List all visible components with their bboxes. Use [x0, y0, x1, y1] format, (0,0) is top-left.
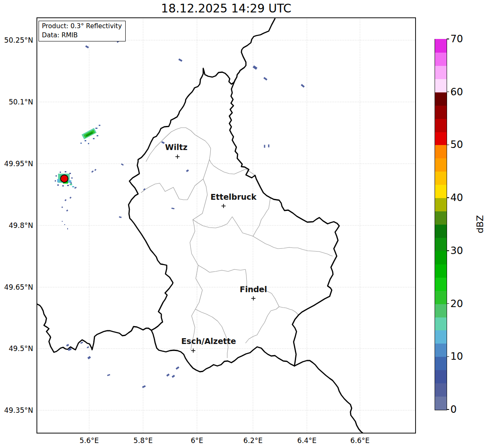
- radar-echo-speckle: [70, 197, 72, 199]
- canton-boundary: [190, 179, 207, 350]
- city-marker: [191, 349, 195, 353]
- lon-tick-label: 6.4°E: [288, 436, 326, 445]
- radar-echo-speckle: [80, 341, 83, 344]
- radar-echo-speckle: [66, 210, 68, 212]
- colorbar-segment: [435, 396, 447, 410]
- colorbar-segment: [435, 65, 447, 79]
- radar-echo-speckle: [161, 141, 165, 144]
- radar-echo-speckle: [119, 216, 122, 218]
- city-marker: [175, 155, 180, 159]
- radar-echo-speckle: [166, 373, 170, 376]
- echo-pixel: [72, 186, 74, 187]
- colorbar-segment: [435, 92, 447, 105]
- echo-pixel: [95, 128, 97, 129]
- echo-pixel: [88, 143, 89, 144]
- city-label: Findel: [240, 285, 267, 294]
- radar-echo-speckle: [172, 375, 175, 378]
- colorbar-segment: [435, 290, 447, 304]
- colorbar-segment: [435, 224, 447, 238]
- colorbar-segment: [435, 237, 447, 251]
- colorbar: [435, 39, 447, 410]
- colorbar-tick-mark: [447, 197, 449, 198]
- colorbar-segment: [435, 52, 447, 66]
- lat-tick-label: 49.8°N: [0, 221, 33, 230]
- colorbar-tick-label: 30: [450, 245, 463, 257]
- colorbar-tick-mark: [447, 145, 449, 145]
- product-line: Product: 0.3° Reflectivity: [42, 22, 122, 31]
- map-canvas: WiltzEttelbruckFindelEsch/Alzette: [36, 17, 416, 433]
- lat-tick-label: 49.35°N: [0, 406, 33, 415]
- lon-tick-label: 6.2°E: [234, 436, 272, 445]
- colorbar-tick-mark: [447, 356, 449, 357]
- canton-boundary: [146, 128, 255, 175]
- echo-pixel: [55, 180, 56, 182]
- radar-echo-speckle: [87, 346, 89, 348]
- colorbar-segment: [435, 356, 447, 370]
- city-label: Esch/Alzette: [181, 337, 236, 346]
- colorbar-segment: [435, 251, 447, 264]
- radar-echo-speckle: [178, 58, 182, 62]
- canton-boundary: [253, 198, 270, 236]
- canton-boundary: [198, 265, 246, 272]
- colorbar-segment: [435, 158, 447, 172]
- echo-pixel: [65, 171, 66, 172]
- page-title: 18.12.2025 14:29 UTC: [36, 2, 416, 15]
- echo-pixel: [70, 182, 72, 184]
- radar-echo-speckle: [62, 221, 63, 222]
- radar-echo-speckle: [268, 145, 270, 148]
- colorbar-segment: [435, 145, 447, 158]
- colorbar-tick-mark: [447, 250, 449, 251]
- radar-echo-speckle: [65, 199, 67, 201]
- lon-tick-label: 6.6°E: [341, 436, 379, 445]
- echo-pixel: [97, 135, 98, 136]
- radar-echo-speckle: [253, 65, 258, 70]
- radar-echo-speckle: [142, 385, 146, 388]
- colorbar-tick-label: 70: [450, 33, 463, 45]
- lat-tick-label: 50.1°N: [0, 97, 33, 107]
- radar-echo-speckle: [301, 84, 304, 88]
- colorbar-segment: [435, 303, 447, 317]
- colorbar-segment: [435, 343, 447, 357]
- colorbar-segment: [435, 78, 447, 92]
- radar-site-marker: [61, 175, 68, 182]
- colorbar-segment: [435, 198, 447, 211]
- colorbar-segment: [435, 330, 447, 344]
- echo-pixel: [56, 175, 57, 177]
- country-border: [235, 19, 275, 80]
- colorbar-tick-label: 50: [450, 138, 463, 151]
- colorbar-unit-label: dBZ: [472, 211, 489, 237]
- canton-boundary: [141, 160, 209, 200]
- colorbar-segment: [435, 370, 447, 383]
- country-border: [129, 68, 339, 372]
- canton-boundary: [279, 307, 299, 315]
- echo-pixel: [57, 179, 60, 182]
- colorbar-segment: [435, 383, 447, 397]
- city-label: Ettelbruck: [211, 192, 257, 201]
- lon-tick-label: 5.8°E: [124, 436, 162, 445]
- colorbar-tick-mark: [447, 409, 449, 409]
- colorbar-tick-mark: [447, 92, 449, 92]
- data-source-line: Data: RMIB: [42, 31, 122, 40]
- radar-echo-speckle: [95, 169, 97, 171]
- colorbar-segment: [435, 184, 447, 198]
- colorbar-tick-label: 0: [450, 403, 457, 416]
- radar-echo-speckle: [64, 224, 65, 225]
- lat-tick-label: 49.65°N: [0, 283, 33, 292]
- radar-echo-speckle: [66, 344, 69, 346]
- radar-echo-speckle: [88, 356, 91, 359]
- city-label: Wiltz: [165, 143, 187, 152]
- lon-tick-label: 5.6°E: [70, 436, 108, 445]
- colorbar-tick-mark: [447, 39, 449, 39]
- lat-tick-label: 49.95°N: [0, 159, 33, 168]
- city-marker: [251, 296, 255, 300]
- city-marker: [221, 204, 226, 208]
- canton-boundary: [193, 217, 333, 256]
- echo-pixel: [57, 184, 59, 186]
- colorbar-tick-label: 60: [450, 86, 463, 98]
- radar-echo-speckle: [143, 188, 146, 191]
- colorbar-segment: [435, 39, 447, 53]
- radar-echo-speckle: [264, 145, 265, 148]
- canton-boundary: [246, 269, 279, 343]
- radar-echo-speckle: [263, 77, 267, 80]
- map-area: WiltzEttelbruckFindelEsch/Alzette: [36, 17, 416, 433]
